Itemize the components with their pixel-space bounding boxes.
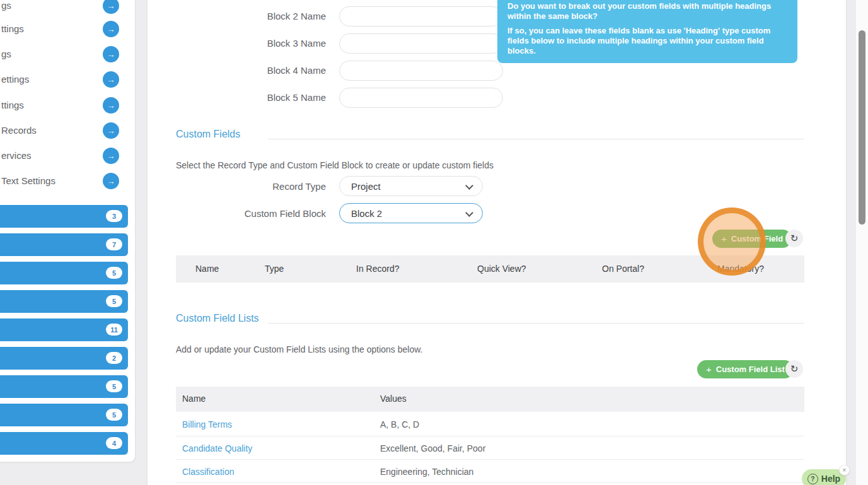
arrow-glyph: →: [107, 151, 115, 161]
sidebar-item[interactable]: ttings →: [0, 21, 128, 37]
sidebar-item[interactable]: ttings →: [0, 97, 128, 114]
table-row: Candidate Quality Excellent, Good, Fair,…: [176, 436, 804, 460]
list-name-link[interactable]: Classification: [182, 467, 234, 477]
arrow-glyph: →: [107, 101, 115, 110]
custom-fields-table-header: Name Type In Record? Quick View? On Port…: [176, 255, 804, 283]
sidebar-item-label: ervices: [1, 148, 32, 164]
page-scrollbar-thumb[interactable]: [859, 30, 865, 225]
sidebar-item[interactable]: ettings →: [0, 71, 128, 88]
arrow-glyph: →: [107, 1, 115, 11]
custom-field-block-label: Custom Field Block: [200, 207, 326, 220]
sidebar-item-label: Text Settings: [1, 173, 55, 189]
list-name-link[interactable]: Candidate Quality: [182, 443, 252, 453]
sidebar-item[interactable]: Text Settings →: [0, 173, 128, 189]
column-header: Name: [195, 264, 219, 274]
arrow-right-icon[interactable]: →: [103, 122, 119, 139]
arrow-glyph: →: [107, 75, 115, 85]
info-box-text-2: If so, you can leave these fields blank …: [507, 26, 787, 56]
count-badge: 7: [106, 238, 122, 250]
help-label: Help: [821, 474, 840, 484]
sidebar-category-bar[interactable]: 4: [0, 432, 128, 455]
arrow-right-icon[interactable]: →: [103, 71, 119, 88]
column-header: Quick View?: [477, 264, 526, 274]
refresh-icon: ↻: [790, 233, 799, 244]
count-badge: 3: [106, 210, 122, 222]
refresh-custom-field-lists-button[interactable]: ↻: [785, 360, 803, 378]
column-header: On Portal?: [602, 264, 644, 274]
custom-field-block-value: Block 2: [351, 208, 382, 219]
sidebar-category-bar[interactable]: 5: [0, 375, 128, 398]
add-custom-field-button[interactable]: + Custom Field: [712, 230, 792, 248]
block-2-name-label: Block 2 Name: [200, 10, 326, 23]
info-box: Do you want to break out your custom fie…: [497, 0, 797, 63]
list-values: Excellent, Good, Fair, Poor: [380, 443, 485, 453]
block-4-name-input[interactable]: [339, 61, 503, 81]
sidebar-item[interactable]: Records →: [0, 122, 128, 139]
arrow-right-icon[interactable]: →: [103, 21, 119, 37]
add-custom-field-list-label: Custom Field List: [716, 365, 785, 374]
column-header: Type: [265, 264, 284, 274]
count-badge: 11: [106, 324, 122, 336]
add-custom-field-label: Custom Field: [731, 234, 783, 243]
sidebar-category-bar[interactable]: 2: [0, 347, 128, 370]
sidebar-item-label: gs: [1, 0, 11, 14]
sidebar-category-bar[interactable]: 5: [0, 262, 128, 284]
block-3-name-input[interactable]: [339, 33, 503, 54]
sidebar-item[interactable]: gs →: [0, 0, 128, 14]
refresh-icon: ↻: [790, 363, 799, 375]
sidebar-category-bar[interactable]: 11: [0, 318, 128, 341]
chevron-down-icon: [465, 182, 473, 190]
sidebar-category-bar[interactable]: 3: [0, 205, 128, 228]
record-type-select[interactable]: Project: [339, 176, 483, 196]
column-header: Name: [182, 394, 205, 404]
plus-icon: +: [706, 364, 712, 375]
add-custom-field-list-button[interactable]: + Custom Field List: [697, 360, 794, 378]
column-header: Mandatory?: [717, 264, 764, 274]
sidebar-item-label: ttings: [1, 21, 24, 37]
custom-fields-title: Custom Fields: [176, 129, 240, 140]
section-divider: [268, 323, 804, 324]
page-scrollbar-track: [856, 0, 868, 485]
chevron-down-icon: [465, 209, 473, 217]
sidebar-item-label: ettings: [1, 71, 29, 88]
table-row: Classification Engineering, Technician: [176, 460, 804, 483]
table-row: Billing Terms A, B, C, D: [176, 412, 804, 436]
sidebar-item-label: Records: [1, 122, 37, 139]
count-badge: 5: [106, 380, 122, 392]
help-close-button[interactable]: ×: [839, 465, 850, 476]
sidebar-category-bar[interactable]: 7: [0, 233, 128, 256]
section-divider: [268, 139, 804, 139]
arrow-glyph: →: [107, 25, 115, 34]
refresh-custom-fields-button[interactable]: ↻: [785, 230, 803, 247]
arrow-glyph: →: [107, 50, 115, 59]
count-badge: 5: [106, 409, 122, 421]
count-badge: 4: [106, 437, 122, 449]
column-header: In Record?: [356, 264, 399, 274]
arrow-glyph: →: [107, 177, 115, 186]
arrow-right-icon[interactable]: →: [103, 0, 119, 14]
question-glyph: ?: [811, 476, 814, 482]
question-mark-icon: ?: [807, 474, 818, 484]
block-4-name-label: Block 4 Name: [200, 64, 326, 77]
arrow-right-icon[interactable]: →: [103, 173, 119, 189]
column-header: Values: [380, 394, 407, 404]
sidebar-item[interactable]: ervices →: [0, 148, 128, 164]
count-badge: 2: [106, 352, 122, 364]
sidebar-category-bar[interactable]: 5: [0, 290, 128, 313]
custom-field-lists-title: Custom Field Lists: [176, 313, 259, 324]
sidebar-item[interactable]: gs →: [0, 46, 128, 62]
count-badge: 5: [106, 267, 122, 279]
info-box-text-1: Do you want to break out your custom fie…: [507, 1, 787, 21]
arrow-right-icon[interactable]: →: [103, 46, 119, 62]
arrow-right-icon[interactable]: →: [103, 97, 119, 114]
count-badge: 5: [106, 295, 122, 307]
custom-field-block-select[interactable]: Block 2: [339, 203, 483, 223]
custom-field-lists-description: Add or update your Custom Field Lists us…: [176, 344, 422, 354]
sidebar-category-bar[interactable]: 5: [0, 404, 128, 426]
block-5-name-input[interactable]: [339, 88, 503, 108]
block-2-name-input[interactable]: [339, 6, 503, 26]
block-3-name-label: Block 3 Name: [200, 37, 326, 50]
arrow-glyph: →: [107, 126, 115, 136]
arrow-right-icon[interactable]: →: [103, 148, 119, 164]
list-name-link[interactable]: Billing Terms: [182, 419, 232, 429]
